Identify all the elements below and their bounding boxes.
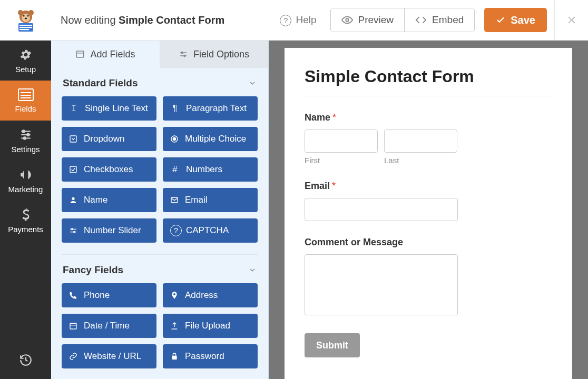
field-checkboxes[interactable]: Checkboxes xyxy=(62,157,156,182)
field-label: File Upload xyxy=(185,321,230,331)
group-standard-header[interactable]: Standard Fields xyxy=(51,68,268,96)
svg-point-26 xyxy=(181,52,183,54)
field-phone[interactable]: Phone xyxy=(62,283,156,307)
nav-fields[interactable]: Fields xyxy=(0,81,51,121)
comment-textarea[interactable] xyxy=(305,254,458,315)
calendar-icon xyxy=(69,322,77,330)
submit-button[interactable]: Submit xyxy=(305,333,360,357)
form-canvas: Simple Contact Form Name* First Last Ema… xyxy=(269,41,588,379)
field-label: Date / Time xyxy=(84,321,130,331)
field-numbers[interactable]: #Numbers xyxy=(163,157,258,182)
svg-rect-10 xyxy=(19,29,29,30)
last-name-input[interactable] xyxy=(384,129,457,153)
field-label: Number Slider xyxy=(84,225,141,236)
link-icon xyxy=(69,352,77,361)
top-bar: Now editing Simple Contact Form Help Pre… xyxy=(0,0,588,41)
sliders-small-icon xyxy=(179,49,188,59)
upload-icon xyxy=(170,322,179,330)
email-input[interactable] xyxy=(305,198,458,221)
field-password[interactable]: Password xyxy=(163,344,258,368)
gear-icon xyxy=(19,48,33,62)
field-dropdown[interactable]: Dropdown xyxy=(62,127,156,151)
lock-icon xyxy=(170,352,179,361)
svg-rect-31 xyxy=(70,166,76,173)
form-name: Simple Contact Form xyxy=(119,14,224,26)
field-label: Checkboxes xyxy=(84,164,133,175)
field-number-slider[interactable]: Number Slider xyxy=(62,218,156,243)
map-pin-icon xyxy=(170,291,179,300)
bullhorn-icon xyxy=(19,168,33,182)
preview-embed-group: Preview Embed xyxy=(330,8,475,32)
required-asterisk: * xyxy=(332,181,336,191)
svg-point-5 xyxy=(27,15,28,16)
field-multiple-choice[interactable]: Multiple Choice xyxy=(163,127,258,151)
field-label: Website / URL xyxy=(84,351,141,362)
save-button[interactable]: Save xyxy=(484,8,547,32)
svg-point-30 xyxy=(173,137,175,140)
field-label: Single Line Text xyxy=(85,103,148,114)
field-label: CAPTCHA xyxy=(186,225,229,236)
question-icon xyxy=(170,225,180,236)
chevron-down-icon xyxy=(248,79,257,87)
group-fancy-title: Fancy Fields xyxy=(63,264,123,276)
panel-scroll[interactable]: Standard Fields 𝙸Single Line Text ¶Parag… xyxy=(51,68,268,379)
close-icon xyxy=(566,14,577,26)
svg-point-36 xyxy=(72,228,73,230)
field-website-url[interactable]: Website / URL xyxy=(62,344,156,368)
dollar-icon xyxy=(21,208,31,222)
history-button[interactable] xyxy=(0,341,51,379)
svg-rect-38 xyxy=(70,323,76,329)
field-label: Multiple Choice xyxy=(185,134,246,144)
field-date-time[interactable]: Date / Time xyxy=(62,314,156,338)
editing-prefix: Now editing xyxy=(61,14,119,26)
field-single-line-text[interactable]: 𝙸Single Line Text xyxy=(62,96,156,121)
field-panel: Add Fields Field Options Standard Fields… xyxy=(51,41,269,379)
nav-marketing[interactable]: Marketing xyxy=(0,161,51,201)
window-icon xyxy=(75,49,85,59)
nav-fields-label: Fields xyxy=(15,104,36,113)
form-field-name[interactable]: Name* First Last xyxy=(305,112,552,165)
page-title: Now editing Simple Contact Form xyxy=(51,14,270,26)
preview-button[interactable]: Preview xyxy=(331,8,405,32)
eye-icon xyxy=(341,14,353,26)
field-label: Phone xyxy=(84,290,110,301)
field-file-upload[interactable]: File Upload xyxy=(163,314,258,338)
hash-icon: # xyxy=(170,164,180,175)
required-asterisk: * xyxy=(332,112,336,123)
nav-payments-label: Payments xyxy=(8,225,43,234)
radio-icon xyxy=(170,135,179,143)
field-email[interactable]: Email xyxy=(163,188,258,212)
form-card[interactable]: Simple Contact Form Name* First Last Ema… xyxy=(285,48,572,379)
svg-point-4 xyxy=(23,15,24,16)
group-standard-title: Standard Fields xyxy=(63,77,138,89)
close-button[interactable] xyxy=(554,0,588,41)
tab-options-label: Field Options xyxy=(193,49,249,60)
embed-label: Embed xyxy=(432,14,464,26)
email-label: Email* xyxy=(305,181,552,192)
submit-label: Submit xyxy=(316,340,348,351)
group-fancy-header[interactable]: Fancy Fields xyxy=(51,255,268,283)
nav-setup[interactable]: Setup xyxy=(0,41,51,81)
form-field-email[interactable]: Email* xyxy=(305,181,552,221)
nav-payments[interactable]: Payments xyxy=(0,201,51,241)
first-name-input[interactable] xyxy=(305,129,378,153)
field-captcha[interactable]: CAPTCHA xyxy=(163,218,258,243)
help-button[interactable]: Help xyxy=(270,8,326,32)
bear-logo-icon xyxy=(13,7,38,33)
paragraph-icon: ¶ xyxy=(170,103,180,114)
embed-button[interactable]: Embed xyxy=(404,8,474,32)
field-paragraph-text[interactable]: ¶Paragraph Text xyxy=(163,96,258,121)
user-icon xyxy=(69,196,77,204)
svg-rect-8 xyxy=(19,25,32,26)
tab-add-fields[interactable]: Add Fields xyxy=(51,41,160,68)
field-address[interactable]: Address xyxy=(163,283,258,307)
first-sublabel: First xyxy=(305,156,378,165)
field-name[interactable]: Name xyxy=(62,188,156,212)
form-field-comment[interactable]: Comment or Message xyxy=(305,237,552,317)
nav-settings[interactable]: Settings xyxy=(0,121,51,161)
preview-label: Preview xyxy=(358,14,394,26)
tab-field-options[interactable]: Field Options xyxy=(160,41,268,68)
phone-icon xyxy=(69,291,77,300)
field-label: Dropdown xyxy=(84,134,125,144)
help-label: Help xyxy=(296,14,316,26)
